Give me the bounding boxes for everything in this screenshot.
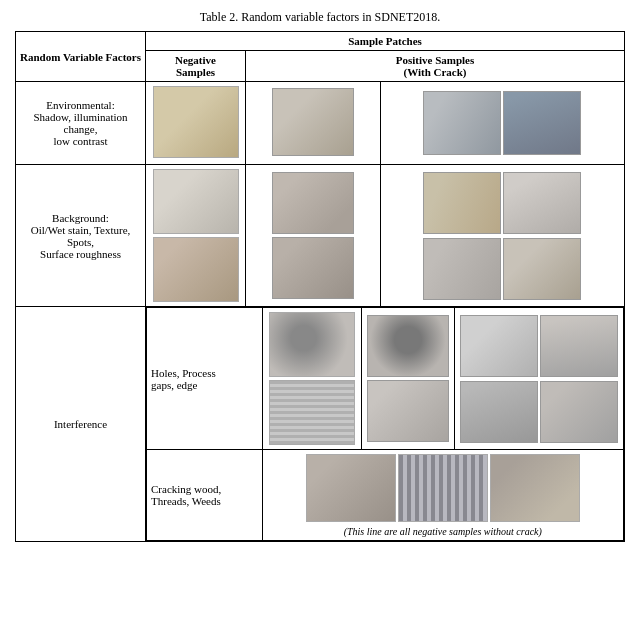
background-pos2-cell <box>380 165 624 307</box>
bg-pos6-image <box>503 238 581 300</box>
main-table: Random Variable Factors Sample Patches N… <box>15 31 625 542</box>
hole-neg1-image <box>269 312 355 377</box>
bg-pos5-image <box>423 238 501 300</box>
background-pos1-cell <box>246 165 381 307</box>
holes-pos2-cell <box>455 308 624 450</box>
bg-pos1-image <box>272 172 354 234</box>
background-label: Background: Oil/Wet stain, Texture, Spot… <box>16 165 146 307</box>
cracking-label: Cracking wood, Threads, Weeds <box>147 450 263 541</box>
environmental-pos1-cell <box>246 82 381 165</box>
bg-neg2-image <box>153 237 239 302</box>
hole-neg2-image <box>269 380 355 445</box>
bg-neg1-image <box>153 169 239 234</box>
bg-pos2-image <box>423 172 501 234</box>
table-caption: Table 2. Random variable factors in SDNE… <box>200 10 440 25</box>
background-neg-cell <box>146 165 246 307</box>
environmental-pos2-cell <box>380 82 624 165</box>
interference-subtable-cell: Holes, Process gaps, edge <box>146 307 625 542</box>
env-pos2-image <box>423 91 501 155</box>
env-pos3-image <box>503 91 581 155</box>
interference-row: Interference Holes, Process gaps, edge <box>16 307 625 542</box>
wood-neg3-image <box>490 454 580 522</box>
hole-pos2-image <box>460 315 538 377</box>
hole-pos4-image <box>367 380 449 442</box>
rvf-header: Random Variable Factors <box>16 32 146 82</box>
holes-neg-cell <box>262 308 361 450</box>
environmental-neg-cell <box>146 82 246 165</box>
interference-label: Interference <box>16 307 146 542</box>
wood-neg2-image <box>398 454 488 522</box>
hole-pos6-image <box>540 381 618 443</box>
interference-subtable: Holes, Process gaps, edge <box>146 307 624 541</box>
env-neg-image <box>153 86 239 158</box>
environmental-row: Environmental: Shadow, illumination chan… <box>16 82 625 165</box>
environmental-label: Environmental: Shadow, illumination chan… <box>16 82 146 165</box>
cracking-neg-cell: (This line are all negative samples with… <box>262 450 623 541</box>
positive-samples-header: Positive Samples (With Crack) <box>246 51 625 82</box>
cracking-row: Cracking wood, Threads, Weeds (This line… <box>147 450 624 541</box>
header-row-1: Random Variable Factors Sample Patches <box>16 32 625 51</box>
cracking-note: (This line are all negative samples with… <box>267 526 619 537</box>
bg-pos4-image <box>272 237 354 299</box>
holes-label: Holes, Process gaps, edge <box>147 308 263 450</box>
bg-pos3-image <box>503 172 581 234</box>
background-row: Background: Oil/Wet stain, Texture, Spot… <box>16 165 625 307</box>
holes-pos1-cell <box>362 308 455 450</box>
hole-pos5-image <box>460 381 538 443</box>
sample-patches-header: Sample Patches <box>146 32 625 51</box>
wood-neg1-image <box>306 454 396 522</box>
holes-row: Holes, Process gaps, edge <box>147 308 624 450</box>
negative-samples-header: Negative Samples <box>146 51 246 82</box>
hole-pos1-image <box>367 315 449 377</box>
env-pos1-image <box>272 88 354 156</box>
hole-pos3-image <box>540 315 618 377</box>
